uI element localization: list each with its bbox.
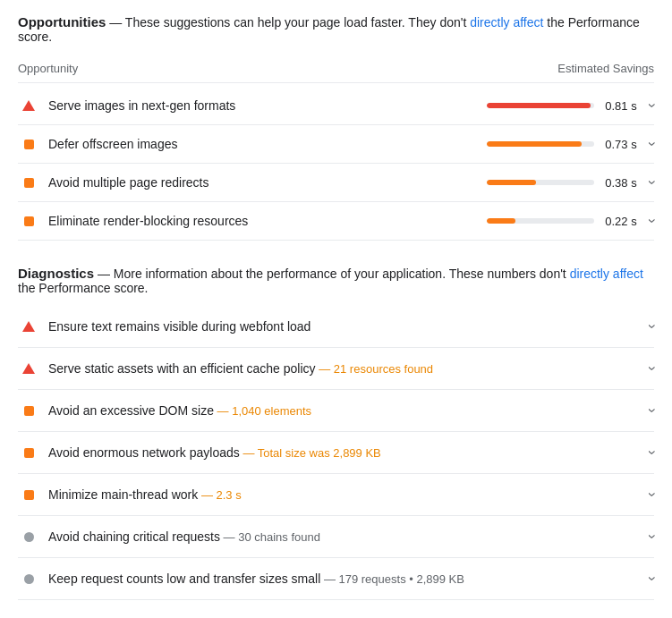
diag-detail-main-thread: — 2.3 s — [198, 488, 241, 502]
col-savings-label: Estimated Savings — [557, 62, 654, 75]
square-orange-icon — [18, 216, 39, 226]
triangle-red-icon — [22, 363, 35, 374]
diag-row-request-counts[interactable]: Keep request counts low and transfer siz… — [18, 558, 654, 600]
diag-row-cache-policy[interactable]: Serve static assets with an efficient ca… — [18, 348, 654, 390]
opportunity-label-render-blocking: Eliminate render-blocking resources — [39, 214, 487, 228]
diagnostics-rows: Ensure text remains visible during webfo… — [18, 306, 654, 600]
diagnostics-title: Diagnostics — [18, 266, 94, 281]
diagnostics-section: Diagnostics — More information about the… — [18, 266, 654, 600]
square-orange-icon — [18, 178, 39, 188]
opportunities-link[interactable]: directly affect — [470, 15, 543, 30]
opportunity-label-defer-offscreen: Defer offscreen images — [39, 137, 487, 151]
diag-detail-critical-requests: — 30 chains found — [220, 530, 320, 544]
triangle-red-icon — [18, 100, 39, 111]
opportunities-title: Opportunities — [18, 14, 106, 30]
savings-area-avoid-redirects: 0.38 s› — [487, 174, 654, 190]
opportunity-label-serve-images: Serve images in next-gen formats — [39, 98, 487, 113]
col-opportunity-label: Opportunity — [18, 62, 78, 75]
savings-value-avoid-redirects: 0.38 s — [601, 176, 637, 190]
opportunity-row-defer-offscreen[interactable]: Defer offscreen images0.73 s› — [18, 125, 654, 164]
chevron-down-icon: › — [643, 218, 659, 223]
diag-detail-request-counts: — 179 requests • 2,899 KB — [320, 572, 464, 586]
diag-row-critical-requests[interactable]: Avoid chaining critical requests — 30 ch… — [18, 516, 654, 558]
square-orange-icon — [24, 490, 34, 500]
chevron-down-icon: › — [643, 141, 659, 146]
diag-label-critical-requests: Avoid chaining critical requests — 30 ch… — [39, 529, 644, 544]
opportunities-desc: Opportunities — These suggestions can he… — [18, 14, 654, 44]
triangle-red-icon — [22, 321, 35, 332]
opportunities-col-header: Opportunity Estimated Savings — [18, 55, 654, 83]
diag-detail-dom-size: — 1,040 elements — [214, 404, 311, 418]
savings-bar-avoid-redirects — [487, 180, 594, 185]
diag-label-main-thread: Minimize main-thread work — 2.3 s — [39, 487, 644, 502]
diag-detail-cache-policy: — 21 resources found — [316, 362, 434, 376]
diagnostics-desc: Diagnostics — More information about the… — [18, 266, 654, 295]
savings-area-render-blocking: 0.22 s› — [487, 213, 654, 229]
diag-label-request-counts: Keep request counts low and transfer siz… — [39, 571, 644, 586]
diag-row-dom-size[interactable]: Avoid an excessive DOM size — 1,040 elem… — [18, 390, 654, 432]
square-orange-icon — [24, 406, 34, 416]
savings-area-defer-offscreen: 0.73 s› — [487, 136, 654, 152]
savings-value-serve-images: 0.81 s — [601, 99, 637, 113]
savings-bar-render-blocking — [487, 218, 594, 224]
savings-area-serve-images: 0.81 s› — [487, 97, 654, 114]
diag-detail-network-payloads: — Total size was 2,899 KB — [240, 446, 381, 460]
chevron-down-icon: › — [643, 576, 659, 580]
diag-row-webfont[interactable]: Ensure text remains visible during webfo… — [18, 306, 654, 348]
opportunity-row-render-blocking[interactable]: Eliminate render-blocking resources0.22 … — [18, 202, 654, 241]
diagnostics-link[interactable]: directly affect — [570, 267, 643, 281]
diag-row-main-thread[interactable]: Minimize main-thread work — 2.3 s› — [18, 474, 654, 516]
savings-bar-defer-offscreen — [487, 141, 594, 147]
diag-label-network-payloads: Avoid enormous network payloads — Total … — [39, 445, 644, 460]
savings-bar-serve-images — [487, 103, 594, 108]
diag-label-cache-policy: Serve static assets with an efficient ca… — [39, 361, 644, 376]
chevron-down-icon: › — [643, 180, 659, 184]
savings-value-defer-offscreen: 0.73 s — [601, 138, 637, 151]
savings-value-render-blocking: 0.22 s — [601, 215, 637, 228]
circle-gray-icon — [24, 532, 34, 542]
chevron-down-icon: › — [643, 324, 659, 328]
square-orange-icon — [24, 448, 34, 458]
diag-label-webfont: Ensure text remains visible during webfo… — [39, 319, 644, 334]
diag-row-network-payloads[interactable]: Avoid enormous network payloads — Total … — [18, 432, 654, 474]
diag-label-dom-size: Avoid an excessive DOM size — 1,040 elem… — [39, 403, 644, 418]
opportunity-row-avoid-redirects[interactable]: Avoid multiple page redirects0.38 s› — [18, 164, 654, 202]
chevron-down-icon: › — [643, 534, 659, 538]
diagnostics-header: Diagnostics — More information about the… — [18, 266, 654, 295]
chevron-down-icon: › — [643, 408, 659, 412]
opportunity-label-avoid-redirects: Avoid multiple page redirects — [39, 175, 487, 190]
chevron-down-icon: › — [643, 492, 659, 496]
opportunities-header: Opportunities — These suggestions can he… — [18, 14, 654, 44]
chevron-down-icon: › — [643, 103, 659, 107]
chevron-down-icon: › — [643, 450, 659, 454]
square-orange-icon — [18, 140, 39, 149]
opportunity-rows: Serve images in next-gen formats0.81 s›D… — [18, 87, 654, 241]
opportunities-section: Opportunities — These suggestions can he… — [18, 14, 654, 241]
opportunity-row-serve-images[interactable]: Serve images in next-gen formats0.81 s› — [18, 87, 654, 125]
chevron-down-icon: › — [643, 366, 659, 370]
circle-gray-icon — [24, 574, 34, 584]
